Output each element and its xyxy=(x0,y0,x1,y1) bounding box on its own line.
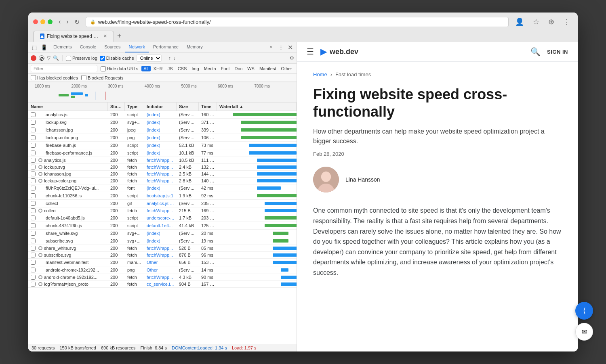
row-checkbox[interactable] xyxy=(31,165,36,169)
share-button[interactable]: ⟨ xyxy=(575,302,593,320)
table-row[interactable]: firebase-performance.js 200 script (inde… xyxy=(28,149,297,157)
table-row[interactable]: subscribe.svg 200 fetch fetchWrapp... 87… xyxy=(28,252,297,259)
td-initiator[interactable]: fetchWrapp... xyxy=(144,164,177,170)
close-traffic-light[interactable] xyxy=(33,19,38,24)
filter-all[interactable]: All xyxy=(141,66,150,71)
filter-other[interactable]: Other xyxy=(279,66,294,71)
td-initiator[interactable]: default-1e4... xyxy=(144,222,177,229)
maximize-traffic-light[interactable] xyxy=(48,19,53,24)
search-icon[interactable]: 🔍 xyxy=(53,55,59,61)
th-name[interactable]: Name xyxy=(28,103,108,111)
table-row[interactable]: lchansson.jpg 200 fetch fetchWrapp... 2.… xyxy=(28,171,297,178)
search-button[interactable]: 🔍 xyxy=(530,47,541,56)
filter-js[interactable]: JS xyxy=(166,66,175,71)
table-row[interactable]: chunk-fc110256.js 200 script bootstrap.j… xyxy=(28,192,297,200)
td-initiator[interactable]: Other xyxy=(144,259,177,266)
row-checkbox[interactable] xyxy=(31,238,36,243)
disable-cache-checkbox[interactable]: Disable cache xyxy=(100,56,134,61)
td-initiator[interactable]: fetchWrapp... xyxy=(144,274,177,280)
preserve-log-checkbox[interactable]: Preserve log xyxy=(66,56,97,61)
tab-sources[interactable]: Sources xyxy=(100,42,124,52)
record-button[interactable] xyxy=(31,55,36,61)
active-tab[interactable]: Fixing website speed cross-fu... ✕ xyxy=(33,31,114,42)
row-checkbox[interactable] xyxy=(31,201,36,206)
table-row[interactable]: subscribe.svg 200 svg+... (index) (Servi… xyxy=(28,237,297,245)
td-initiator[interactable]: fetchWrapp... xyxy=(144,252,177,258)
td-initiator[interactable]: cc_service.t... xyxy=(144,281,177,287)
row-checkbox[interactable] xyxy=(31,186,36,190)
reload-button[interactable]: ↻ xyxy=(72,17,82,27)
td-initiator[interactable]: fetchWrapp... xyxy=(144,207,177,214)
table-row[interactable]: lockup-color.png 200 png (index) (Servi.… xyxy=(28,134,297,142)
td-initiator[interactable]: (index) xyxy=(144,111,177,118)
inspect-element-icon[interactable]: ⬚ xyxy=(30,43,39,52)
tab-console[interactable]: Console xyxy=(76,42,100,52)
row-checkbox[interactable] xyxy=(31,246,36,251)
table-row[interactable]: analytics.js 200 fetch fetchWrapp... 18.… xyxy=(28,157,297,164)
row-checkbox[interactable] xyxy=(31,215,36,220)
preserve-log-input[interactable] xyxy=(66,56,71,61)
download-icon[interactable]: ↓ xyxy=(173,55,176,61)
table-row[interactable]: collect 200 gif analytics.js:36 (Servi..… xyxy=(28,200,297,207)
td-initiator[interactable]: (index) xyxy=(144,142,177,149)
row-checkbox[interactable] xyxy=(31,178,36,183)
td-initiator[interactable]: (index) xyxy=(144,119,177,126)
table-row[interactable]: collect 200 fetch fetchWrapp... 215 B 16… xyxy=(28,207,297,214)
more-menu-button[interactable]: ⋮ xyxy=(561,17,573,27)
address-bar[interactable]: 🔒 web.dev/fixing-website-speed-cross-fun… xyxy=(86,17,509,27)
row-checkbox[interactable] xyxy=(31,143,36,148)
minimize-traffic-light[interactable] xyxy=(40,19,45,24)
table-row[interactable]: firebase-auth.js 200 script (index) 52.1… xyxy=(28,142,297,149)
table-row[interactable]: android-chrome-192x192... 200 fetch fetc… xyxy=(28,274,297,281)
hide-data-urls-input[interactable] xyxy=(101,66,106,71)
th-status[interactable]: Status xyxy=(108,103,125,111)
tab-network[interactable]: Network xyxy=(125,42,149,52)
table-row[interactable]: lockup.svg 200 fetch fetchWrapp... 2.4 k… xyxy=(28,164,297,171)
breadcrumb-home[interactable]: Home xyxy=(313,71,327,77)
td-initiator[interactable]: (index) xyxy=(144,134,177,141)
td-initiator[interactable]: (index) xyxy=(144,230,177,236)
devtools-more-icon[interactable]: ⋮ xyxy=(276,43,286,52)
row-checkbox[interactable] xyxy=(31,275,36,280)
row-checkbox[interactable] xyxy=(31,193,36,198)
td-initiator[interactable]: Other xyxy=(144,267,177,273)
filter-img[interactable]: Img xyxy=(189,66,201,71)
row-checkbox[interactable] xyxy=(31,135,36,140)
td-initiator[interactable]: (index) xyxy=(144,127,177,133)
tab-more[interactable]: » xyxy=(266,42,276,52)
blocked-requests-check[interactable]: Blocked Requests xyxy=(81,75,124,80)
tab-close-button[interactable]: ✕ xyxy=(103,33,107,39)
back-button[interactable]: ‹ xyxy=(57,17,63,26)
row-checkbox[interactable] xyxy=(31,223,36,228)
row-checkbox[interactable] xyxy=(31,112,36,117)
settings-icon[interactable]: ⚙ xyxy=(290,55,294,61)
row-checkbox[interactable] xyxy=(31,172,36,176)
filter-manifest[interactable]: Manifest xyxy=(257,66,278,71)
th-size[interactable]: Size xyxy=(177,103,199,111)
table-row[interactable]: android-chrome-192x192... 200 png Other … xyxy=(28,266,297,274)
td-initiator[interactable]: (index) xyxy=(144,238,177,244)
filter-media[interactable]: Media xyxy=(202,66,218,71)
row-checkbox[interactable] xyxy=(31,231,36,236)
forward-button[interactable]: › xyxy=(64,17,70,26)
table-row[interactable]: share_white.svg 200 svg+... (index) (Ser… xyxy=(28,230,297,237)
table-row[interactable]: log?format=json_proto 200 fetch cc_servi… xyxy=(28,281,297,288)
extensions-icon[interactable]: ⊕ xyxy=(546,17,557,27)
table-row[interactable]: lockup.svg 200 svg+... (index) (Servi...… xyxy=(28,119,297,126)
td-initiator[interactable]: fetchWrapp... xyxy=(144,171,177,177)
throttle-select[interactable]: Online xyxy=(137,54,162,62)
table-row[interactable]: chunk-48741f6b.js 200 script default-1e4… xyxy=(28,222,297,230)
filter-input[interactable] xyxy=(31,65,97,72)
row-checkbox[interactable] xyxy=(31,128,36,132)
td-initiator[interactable]: bootstrap.js:1 xyxy=(144,192,177,199)
td-initiator[interactable]: fetchWrapp... xyxy=(144,157,177,163)
hamburger-menu-icon[interactable]: ☰ xyxy=(307,47,314,56)
th-initiator[interactable]: Initiator xyxy=(144,103,177,111)
filter-xhr[interactable]: XHR xyxy=(152,66,165,71)
th-type[interactable]: Type xyxy=(125,103,144,111)
device-toolbar-icon[interactable]: 📱 xyxy=(39,43,49,52)
row-checkbox[interactable] xyxy=(31,282,36,287)
table-row[interactable]: share_white.svg 200 fetch fetchWrapp... … xyxy=(28,245,297,252)
row-checkbox[interactable] xyxy=(31,151,36,155)
hide-data-urls-checkbox[interactable]: Hide data URLs xyxy=(101,66,139,71)
